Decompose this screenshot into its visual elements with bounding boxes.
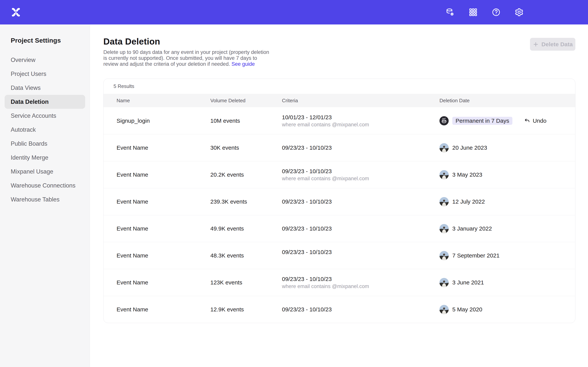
row-criteria: 09/23/23 - 10/10/23where email contains … xyxy=(282,167,440,182)
criteria-date-range: 09/23/23 - 10/10/23 xyxy=(282,167,440,175)
row-name: Event Name xyxy=(117,198,210,205)
row-criteria: 09/23/23 - 10/10/23 xyxy=(282,225,440,233)
page-title: Data Deletion xyxy=(103,36,272,47)
deleter-avatar-photo xyxy=(440,143,449,152)
table-row: Event Name48.3K events09/23/23 - 10/10/2… xyxy=(104,242,575,269)
sidebar-title: Project Settings xyxy=(11,37,85,44)
data-pipeline-icon[interactable] xyxy=(446,8,455,17)
row-criteria: 09/23/23 - 10/10/23 xyxy=(282,248,440,263)
deleter-avatar-photo xyxy=(440,197,449,206)
sidebar-item-warehouse-connections[interactable]: Warehouse Connections xyxy=(5,179,85,192)
main-content: Data Deletion Delete up to 90 days data … xyxy=(90,25,588,367)
row-volume-deleted: 48.3K events xyxy=(210,252,282,259)
apps-grid-icon[interactable] xyxy=(468,8,478,17)
sidebar-item-mixpanel-usage[interactable]: Mixpanel Usage xyxy=(5,165,85,179)
table-row: Event Name12.9K events09/23/23 - 10/10/2… xyxy=(104,296,575,323)
deleter-avatar-photo xyxy=(440,170,449,179)
delete-data-button[interactable]: Delete Data xyxy=(530,38,575,51)
row-name: Event Name xyxy=(117,279,210,286)
table-row: Event Name123K events09/23/23 - 10/10/23… xyxy=(104,269,575,296)
plus-icon xyxy=(533,41,539,47)
deletion-date-label: 3 June 2021 xyxy=(452,279,484,286)
criteria-filter-text: where email contains @mixpanel.com xyxy=(282,283,440,290)
row-deletion-date: Permanent in 7 DaysUndo xyxy=(440,116,575,125)
deletion-date-label: 20 June 2023 xyxy=(452,144,487,151)
top-navigation-bar xyxy=(0,0,588,25)
sidebar-nav: OverviewProject UsersData ViewsData Dele… xyxy=(5,53,85,206)
table-row: Event Name20.2K events09/23/23 - 10/10/2… xyxy=(104,161,575,188)
criteria-filter-text: where email contains @mixpanel.com xyxy=(282,121,440,128)
results-count: 5 Results xyxy=(104,79,575,94)
sidebar-item-overview[interactable]: Overview xyxy=(5,53,85,67)
table-row: Signup_login10M events10/01/23 - 12/01/2… xyxy=(104,107,575,134)
row-criteria: 09/23/23 - 10/10/23 xyxy=(282,198,440,206)
column-header-volume: Volume Deleted xyxy=(210,98,282,104)
criteria-filter-text: where email contains @mixpanel.com xyxy=(282,175,440,182)
column-header-name: Name xyxy=(117,98,210,104)
row-name: Signup_login xyxy=(117,117,210,124)
deleter-avatar-photo xyxy=(440,305,449,314)
table-row: Event Name239.3K events09/23/23 - 10/10/… xyxy=(104,188,575,215)
row-deletion-date: 3 January 2022 xyxy=(440,224,575,233)
help-icon[interactable] xyxy=(492,8,501,17)
delete-data-button-label: Delete Data xyxy=(542,41,573,48)
table-row: Event Name30K events09/23/23 - 10/10/232… xyxy=(104,134,575,161)
deletion-date-label: 3 January 2022 xyxy=(452,225,492,232)
row-criteria: 09/23/23 - 10/10/23 xyxy=(282,144,440,151)
deleter-avatar-illustration xyxy=(440,116,449,125)
row-name: Event Name xyxy=(117,252,210,259)
topbar-icon-group xyxy=(446,8,524,17)
criteria-date-range: 10/01/23 - 12/01/23 xyxy=(282,114,440,121)
sidebar-item-public-boards[interactable]: Public Boards xyxy=(5,137,85,151)
sidebar-item-autotrack[interactable]: Autotrack xyxy=(5,123,85,137)
deletion-table-card: 5 Results Name Volume Deleted Criteria D… xyxy=(103,79,575,323)
row-volume-deleted: 10M events xyxy=(210,117,282,124)
criteria-date-range: 09/23/23 - 10/10/23 xyxy=(282,144,440,151)
row-volume-deleted: 12.9K events xyxy=(210,306,282,313)
row-name: Event Name xyxy=(117,144,210,151)
row-volume-deleted: 20.2K events xyxy=(210,171,282,178)
sidebar-item-service-accounts[interactable]: Service Accounts xyxy=(5,109,85,123)
row-name: Event Name xyxy=(117,306,210,313)
deletion-date-label: 7 September 2021 xyxy=(452,252,500,259)
deleter-avatar-photo xyxy=(440,224,449,233)
row-criteria: 09/23/23 - 10/10/23 xyxy=(282,306,440,313)
row-deletion-date: 3 June 2021 xyxy=(440,278,575,287)
project-settings-sidebar: Project Settings OverviewProject UsersDa… xyxy=(0,25,90,367)
sidebar-item-data-deletion[interactable]: Data Deletion xyxy=(5,95,85,109)
deletion-date-label: 5 May 2020 xyxy=(452,306,482,313)
row-criteria: 09/23/23 - 10/10/23where email contains … xyxy=(282,275,440,290)
sidebar-item-data-views[interactable]: Data Views xyxy=(5,81,85,95)
table-header-row: Name Volume Deleted Criteria Deletion Da… xyxy=(104,94,575,107)
sidebar-item-project-users[interactable]: Project Users xyxy=(5,67,85,81)
undo-button[interactable]: Undo xyxy=(524,117,546,124)
settings-icon[interactable] xyxy=(515,8,524,17)
see-guide-link[interactable]: See guide xyxy=(231,61,255,67)
deletion-date-label: 3 May 2023 xyxy=(452,171,482,178)
row-deletion-date: 3 May 2023 xyxy=(440,170,575,179)
deletion-date-label: 12 July 2022 xyxy=(452,198,485,205)
column-header-deletion-date: Deletion Date xyxy=(440,98,575,104)
status-badge: Permanent in 7 Days xyxy=(452,117,512,125)
row-volume-deleted: 49.9K events xyxy=(210,225,282,232)
criteria-date-range: 09/23/23 - 10/10/23 xyxy=(282,248,440,256)
sidebar-item-warehouse-tables[interactable]: Warehouse Tables xyxy=(5,192,85,206)
mixpanel-logo-icon[interactable] xyxy=(11,7,21,17)
undo-label: Undo xyxy=(533,117,546,124)
row-deletion-date: 12 July 2022 xyxy=(440,197,575,206)
criteria-date-range: 09/23/23 - 10/10/23 xyxy=(282,198,440,206)
row-name: Event Name xyxy=(117,171,210,178)
deleter-avatar-photo xyxy=(440,278,449,287)
row-criteria: 10/01/23 - 12/01/23where email contains … xyxy=(282,114,440,128)
row-name: Event Name xyxy=(117,225,210,232)
row-deletion-date: 20 June 2023 xyxy=(440,143,575,152)
criteria-date-range: 09/23/23 - 10/10/23 xyxy=(282,306,440,313)
table-row: Event Name49.9K events09/23/23 - 10/10/2… xyxy=(104,215,575,242)
page-header: Data Deletion Delete up to 90 days data … xyxy=(103,36,575,67)
criteria-date-range: 09/23/23 - 10/10/23 xyxy=(282,275,440,283)
deleter-avatar-photo xyxy=(440,251,449,260)
undo-icon xyxy=(524,118,530,124)
sidebar-item-identity-merge[interactable]: Identity Merge xyxy=(5,151,85,165)
row-deletion-date: 5 May 2020 xyxy=(440,305,575,314)
criteria-date-range: 09/23/23 - 10/10/23 xyxy=(282,225,440,233)
